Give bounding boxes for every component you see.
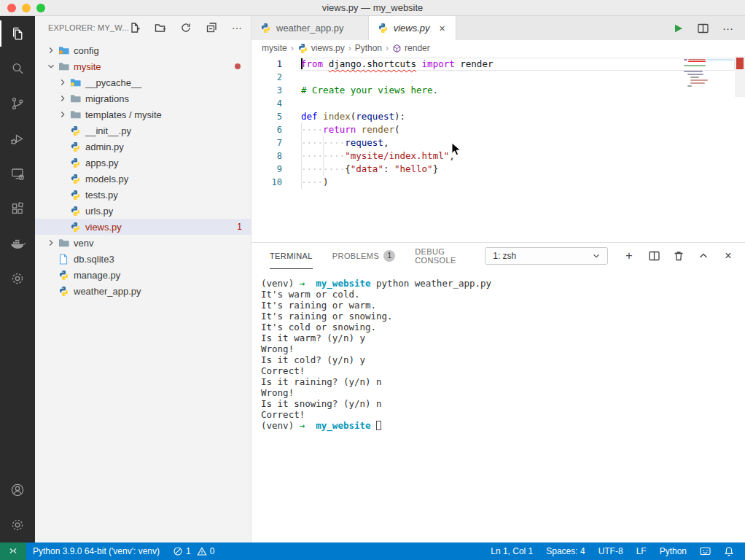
minimap-line xyxy=(690,79,708,81)
activity-account-icon[interactable] xyxy=(0,472,35,508)
panel-tab-terminal[interactable]: TERMINAL xyxy=(270,243,313,269)
chevron-right-icon[interactable] xyxy=(57,93,69,104)
tree-item-config[interactable]: config xyxy=(35,42,251,58)
overview-ruler[interactable] xyxy=(735,56,745,242)
bell-icon[interactable] xyxy=(717,542,741,560)
breadcrumb: mysite›views.py›Python›render xyxy=(251,40,745,56)
close-panel-icon[interactable]: × xyxy=(722,249,735,262)
feedback-icon[interactable] xyxy=(693,542,717,560)
run-icon[interactable] xyxy=(672,23,684,34)
tab-weather-app-py[interactable]: weather_app.py× xyxy=(251,16,369,40)
tree-item-db-sqlite3[interactable]: db.sqlite3 xyxy=(35,251,251,267)
minimap[interactable] xyxy=(682,58,735,96)
shell-selector-value: 1: zsh xyxy=(493,251,516,261)
code-line-7[interactable]: 7········request, xyxy=(251,136,745,149)
terminal-output[interactable]: (venv) → my_website python weather_app.p… xyxy=(251,269,745,431)
zoom-traffic-light[interactable] xyxy=(36,4,45,12)
breadcrumb-views-py[interactable]: views.py xyxy=(297,43,345,54)
terminal-line: Is it raining? (y/n) n xyxy=(261,376,745,387)
new-terminal-icon[interactable]: + xyxy=(623,249,636,262)
chevron-right-icon[interactable] xyxy=(45,44,57,56)
new-file-icon[interactable] xyxy=(129,22,141,34)
collapse-all-icon[interactable] xyxy=(206,22,217,34)
minimize-traffic-light[interactable] xyxy=(22,4,31,12)
code-line-1[interactable]: 1from django.shortcuts import render xyxy=(251,58,745,71)
tree-item-manage-py[interactable]: manage.py xyxy=(35,267,251,283)
tree-item-models-py[interactable]: models.py xyxy=(35,171,251,187)
terminal-line: (venv) → my_website xyxy=(261,420,745,431)
chevron-right-icon[interactable] xyxy=(57,77,69,88)
maximize-panel-icon[interactable] xyxy=(697,249,710,262)
code-line-8[interactable]: 8········"mysite/index.html", xyxy=(251,149,745,163)
encoding-status[interactable]: UTF-8 xyxy=(592,542,630,560)
activity-run-debug-icon[interactable] xyxy=(0,121,35,156)
remote-indicator[interactable] xyxy=(0,542,26,560)
explorer-sidebar: EXPLORER: MY_W... ··· configmysite__pyca… xyxy=(35,16,251,542)
more-icon[interactable]: ··· xyxy=(231,22,243,34)
chevron-down-icon[interactable] xyxy=(45,61,57,72)
panel-tab-debug-console[interactable]: DEBUG CONSOLE xyxy=(415,243,465,269)
tab-views-py[interactable]: views.py× xyxy=(369,16,456,40)
language-mode-status[interactable]: Python xyxy=(653,542,693,560)
code-line-9[interactable]: 9········{"data": "hello"} xyxy=(251,163,745,176)
panel-tab-label: PROBLEMS xyxy=(332,252,379,260)
more-icon[interactable]: ··· xyxy=(722,22,733,34)
tree-item-migrations[interactable]: migrations xyxy=(35,90,251,106)
tree-item-templates-mysite[interactable]: templates / mysite xyxy=(35,106,251,122)
cursor-position-status[interactable]: Ln 1, Col 1 xyxy=(484,542,539,560)
shell-selector-dropdown[interactable]: 1: zsh xyxy=(485,247,608,265)
new-folder-icon[interactable] xyxy=(155,22,166,34)
minimap-squiggle xyxy=(688,61,706,62)
close-tab-icon[interactable]: × xyxy=(440,23,445,34)
tree-item-views-py[interactable]: views.py1 xyxy=(35,219,251,235)
python-interpreter-status[interactable]: Python 3.9.0 64-bit ('venv': venv) xyxy=(26,542,166,560)
code-editor[interactable]: 1from django.shortcuts import render23# … xyxy=(251,56,745,242)
activity-extensions-icon[interactable] xyxy=(0,191,35,226)
chevron-right-icon[interactable] xyxy=(57,109,69,120)
breadcrumb-mysite[interactable]: mysite xyxy=(262,43,287,53)
activity-explorer-icon[interactable] xyxy=(0,16,35,51)
code-line-2[interactable]: 2 xyxy=(251,71,745,84)
tree-item-mysite[interactable]: mysite xyxy=(35,58,251,74)
tree-item-venv[interactable]: venv xyxy=(35,235,251,251)
tree-item-weather-app-py[interactable]: weather_app.py xyxy=(35,283,251,299)
tree-item-label: models.py xyxy=(85,174,128,184)
minimap-line xyxy=(690,82,705,84)
code-line-10[interactable]: 10····) xyxy=(251,176,745,189)
activity-docker-icon[interactable] xyxy=(0,226,35,261)
split-editor-icon[interactable] xyxy=(697,23,709,34)
code-line-3[interactable]: 3# Create your views here. xyxy=(251,84,745,97)
tree-item-admin-py[interactable]: admin.py xyxy=(35,139,251,155)
indentation-status[interactable]: Spaces: 4 xyxy=(539,542,591,560)
python-icon xyxy=(69,141,82,152)
tree-item-label: __pycache__ xyxy=(85,77,141,88)
code-line-6[interactable]: 6····return render( xyxy=(251,123,745,136)
tree-item-pycache[interactable]: __pycache__ xyxy=(35,74,251,90)
eol-status[interactable]: LF xyxy=(630,542,653,560)
breadcrumb-python[interactable]: Python xyxy=(355,43,382,53)
split-terminal-icon[interactable] xyxy=(647,249,660,262)
tree-item-apps-py[interactable]: apps.py xyxy=(35,155,251,171)
activity-gear-badge-icon[interactable] xyxy=(0,261,35,296)
code-line-5[interactable]: 5def index(request): xyxy=(251,110,745,123)
line-number: 8 xyxy=(251,149,301,163)
line-number: 3 xyxy=(251,84,301,97)
modified-dot-badge xyxy=(235,63,241,69)
activity-remote-explorer-icon[interactable] xyxy=(0,156,35,191)
close-traffic-light[interactable] xyxy=(7,4,16,12)
activity-search-icon[interactable] xyxy=(0,51,35,86)
tree-item-tests-py[interactable]: tests.py xyxy=(35,187,251,203)
tree-item-urls-py[interactable]: urls.py xyxy=(35,203,251,219)
activity-settings-gear-icon[interactable] xyxy=(0,508,35,542)
code-line-4[interactable]: 4 xyxy=(251,97,745,110)
activity-source-control-icon[interactable] xyxy=(0,86,35,121)
tree-item-init-py[interactable]: __init__.py xyxy=(35,122,251,139)
code-lines: 1from django.shortcuts import render23# … xyxy=(251,56,745,189)
refresh-icon[interactable] xyxy=(180,22,192,34)
chevron-right-icon[interactable] xyxy=(45,237,57,249)
kill-terminal-icon[interactable] xyxy=(672,249,685,262)
minimap-line xyxy=(687,85,692,87)
breadcrumb-render[interactable]: render xyxy=(392,43,430,53)
problems-status[interactable]: 1 0 xyxy=(166,542,221,560)
panel-tab-problems[interactable]: PROBLEMS1 xyxy=(332,243,395,269)
